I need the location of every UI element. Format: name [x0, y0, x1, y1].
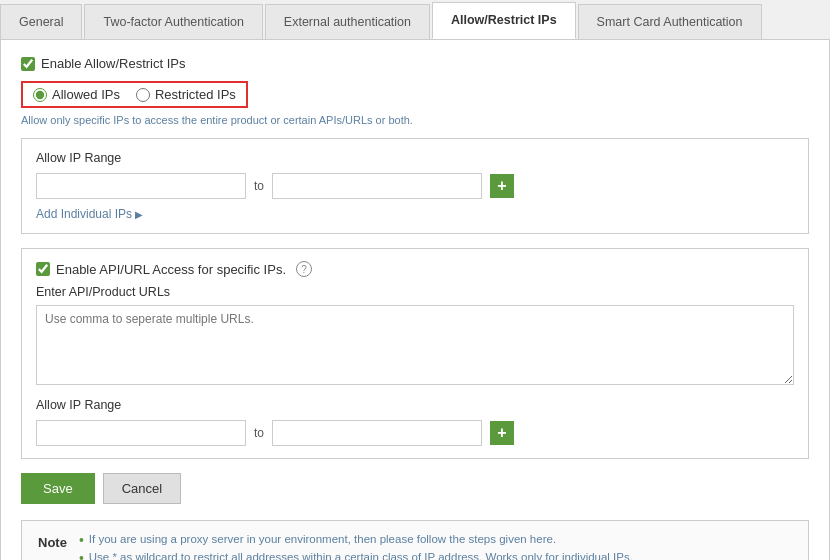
restricted-ips-option[interactable]: Restricted IPs [136, 87, 236, 102]
url-textarea[interactable] [36, 305, 794, 385]
ip-to-input[interactable] [272, 173, 482, 199]
content-area: Enable Allow/Restrict IPs Allowed IPs Re… [0, 40, 830, 560]
restricted-ips-label: Restricted IPs [155, 87, 236, 102]
action-buttons: Save Cancel [21, 473, 809, 504]
tab-smart-card[interactable]: Smart Card Authentication [578, 4, 762, 39]
api-url-box: Enable API/URL Access for specific IPs. … [21, 248, 809, 459]
note-item-1: Use * as wildcard to restrict all addres… [79, 551, 633, 560]
add-individual-ips-link[interactable]: Add Individual IPs [36, 207, 794, 221]
ip-from-input[interactable] [36, 173, 246, 199]
api-ip-to-input[interactable] [272, 420, 482, 446]
api-ip-to-label: to [254, 426, 264, 440]
api-ip-range-row: to + [36, 420, 794, 446]
url-textarea-label: Enter API/Product URLs [36, 285, 794, 299]
enable-checkbox[interactable] [21, 57, 35, 71]
add-api-ip-button[interactable]: + [490, 421, 514, 445]
note-list: If you are using a proxy server in your … [79, 533, 633, 560]
save-button[interactable]: Save [21, 473, 95, 504]
enable-checkbox-label: Enable Allow/Restrict IPs [41, 56, 186, 71]
ip-range-label: Allow IP Range [36, 151, 794, 165]
tab-bar: General Two-factor Authentication Extern… [0, 0, 830, 40]
ip-range-box: Allow IP Range to + Add Individual IPs [21, 138, 809, 234]
enable-api-label: Enable API/URL Access for specific IPs. [56, 262, 286, 277]
ip-to-label: to [254, 179, 264, 193]
tab-general[interactable]: General [0, 4, 82, 39]
api-ip-from-input[interactable] [36, 420, 246, 446]
tab-allow-restrict[interactable]: Allow/Restrict IPs [432, 2, 576, 39]
allowed-ips-option[interactable]: Allowed IPs [33, 87, 120, 102]
note-item-0: If you are using a proxy server in your … [79, 533, 633, 548]
ip-type-radio-group: Allowed IPs Restricted IPs [21, 81, 248, 108]
tab-two-factor[interactable]: Two-factor Authentication [84, 4, 262, 39]
restricted-ips-radio[interactable] [136, 88, 150, 102]
hint-text: Allow only specific IPs to access the en… [21, 114, 809, 126]
tab-external-auth[interactable]: External authentication [265, 4, 430, 39]
ip-range-row: to + [36, 173, 794, 199]
enable-api-checkbox-row: Enable API/URL Access for specific IPs. … [36, 261, 794, 277]
enable-checkbox-row: Enable Allow/Restrict IPs [21, 56, 809, 71]
add-ip-range-button[interactable]: + [490, 174, 514, 198]
allowed-ips-radio[interactable] [33, 88, 47, 102]
note-title: Note [38, 535, 67, 560]
enable-api-checkbox[interactable] [36, 262, 50, 276]
help-icon[interactable]: ? [296, 261, 312, 277]
cancel-button[interactable]: Cancel [103, 473, 181, 504]
note-section: Note If you are using a proxy server in … [21, 520, 809, 560]
api-ip-range-label: Allow IP Range [36, 398, 794, 412]
allowed-ips-label: Allowed IPs [52, 87, 120, 102]
